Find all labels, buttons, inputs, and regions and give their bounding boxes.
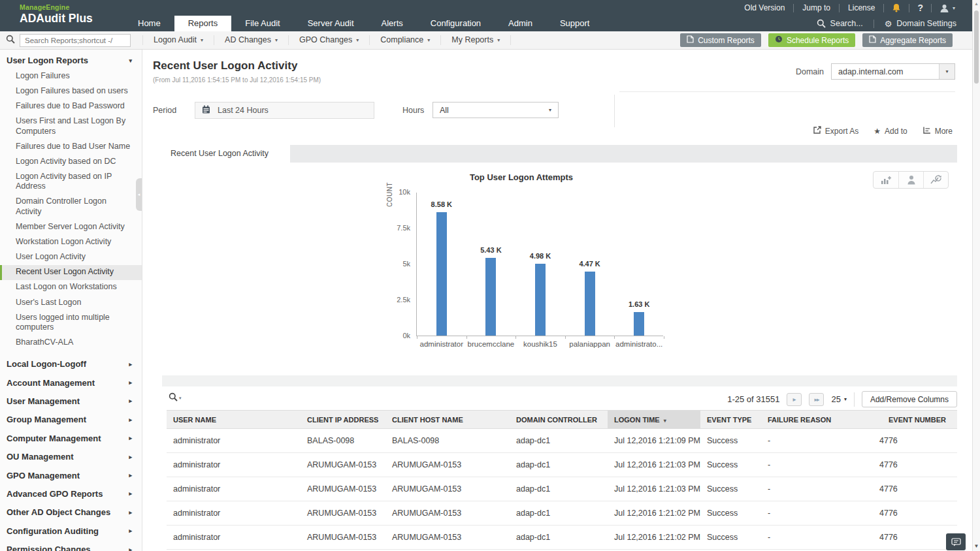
next-page-button[interactable]: ▸ bbox=[787, 393, 802, 406]
sidebar-category-ou-management[interactable]: OU Management▸ bbox=[0, 447, 142, 465]
x-axis-tick-mark bbox=[466, 336, 467, 339]
sidebar-category-user-management[interactable]: User Management▸ bbox=[0, 392, 142, 410]
topbar-link-license[interactable]: License bbox=[840, 3, 883, 12]
scrollbar-thumb[interactable] bbox=[974, 10, 979, 84]
topbar-link-jump-to[interactable]: Jump to bbox=[794, 3, 839, 12]
nav-tab-support[interactable]: Support bbox=[546, 16, 604, 31]
sidebar-item-user-logon-activity[interactable]: User Logon Activity bbox=[0, 249, 142, 264]
column-header-user-name[interactable]: USER NAME bbox=[167, 411, 301, 429]
column-header-client-ip-address[interactable]: CLIENT IP ADDRESS bbox=[301, 411, 385, 429]
sidebar-item-last-logon-on-workstations[interactable]: Last Logon on Workstations bbox=[0, 280, 142, 295]
custom-reports-button[interactable]: Custom Reports bbox=[680, 33, 761, 47]
menu-gpo-changes[interactable]: GPO Changes▾ bbox=[289, 35, 370, 45]
menu-ad-changes[interactable]: AD Changes▾ bbox=[214, 35, 289, 45]
nav-tab-file-audit[interactable]: File Audit bbox=[231, 16, 293, 31]
column-header-domain-controller[interactable]: DOMAIN CONTROLLER bbox=[510, 411, 608, 429]
table-row[interactable]: administratorBALAS-0098BALAS-0098adap-dc… bbox=[167, 429, 957, 453]
domain-settings-button[interactable]: ⚙Domain Settings bbox=[874, 19, 967, 29]
sidebar-category-other-ad-object-changes[interactable]: Other AD Object Changes▸ bbox=[0, 503, 142, 522]
column-header-event-number[interactable]: EVENT NUMBER bbox=[869, 411, 957, 429]
feedback-chat-button[interactable] bbox=[946, 533, 966, 550]
add-chart-icon[interactable] bbox=[874, 172, 898, 188]
topbar-link-old-version[interactable]: Old Version bbox=[736, 3, 793, 12]
user-summary-icon[interactable] bbox=[898, 172, 923, 188]
scroll-down-arrow[interactable]: ▼ bbox=[973, 543, 980, 549]
global-search-button[interactable]: Search... bbox=[806, 19, 874, 28]
menu-logon-audit[interactable]: Logon Audit▾ bbox=[142, 35, 214, 45]
table-row[interactable]: administratorARUMUGAM-0153ARUMUGAM-0153a… bbox=[167, 501, 957, 526]
table-search-button[interactable]: ▾ bbox=[169, 392, 182, 404]
sidebar-item-logon-activity-based-on-ip-address[interactable]: Logon Activity based on IP Address bbox=[0, 169, 142, 195]
chart-bar-administrator[interactable] bbox=[436, 212, 447, 336]
sidebar-section-user-logon-reports[interactable]: User Logon Reports ▾ bbox=[0, 50, 142, 69]
schedule-reports-button[interactable]: Schedule Reports bbox=[768, 33, 855, 47]
sidebar-collapse-handle[interactable]: ◂ bbox=[136, 178, 142, 211]
tab-recent-user-logon-activity[interactable]: Recent User Logon Activity bbox=[162, 145, 290, 163]
sidebar-category-configuration-auditing[interactable]: Configuration Auditing▸ bbox=[0, 522, 142, 540]
period-picker[interactable]: Last 24 Hours bbox=[195, 102, 374, 119]
y-tick-label: 0k bbox=[402, 332, 410, 339]
sidebar-item-users-logged-into-multiple-computers[interactable]: Users logged into multiple computers bbox=[0, 310, 142, 336]
logon-activity-table: USER NAMECLIENT IP ADDRESSCLIENT HOST NA… bbox=[167, 410, 957, 550]
table-row[interactable]: administratorARUMUGAM-0153ARUMUGAM-0153a… bbox=[167, 526, 957, 550]
sidebar-category-advanced-gpo-reports[interactable]: Advanced GPO Reports▸ bbox=[0, 484, 142, 503]
column-header-client-host-name[interactable]: CLIENT HOST NAME bbox=[385, 411, 510, 429]
nav-tab-server-audit[interactable]: Server Audit bbox=[294, 16, 368, 31]
user-menu-button[interactable]: ▾ bbox=[932, 3, 963, 13]
sidebar-item-workstation-logon-activity[interactable]: Workstation Logon Activity bbox=[0, 234, 142, 249]
column-header-failure-reason[interactable]: FAILURE REASON bbox=[761, 411, 869, 429]
column-header-logon-time[interactable]: LOGON TIME▾ bbox=[608, 411, 700, 429]
sidebar-item-failures-due-to-bad-password[interactable]: Failures due to Bad Password bbox=[0, 99, 142, 114]
sidebar-category-local-logon-logoff[interactable]: Local Logon-Logoff▸ bbox=[0, 355, 142, 373]
column-header-event-type[interactable]: EVENT TYPE bbox=[700, 411, 761, 429]
page-scrollbar[interactable]: ▲ ▼ bbox=[972, 0, 980, 551]
nav-tab-configuration[interactable]: Configuration bbox=[417, 16, 495, 31]
sidebar-item-logon-activity-based-on-dc[interactable]: Logon Activity based on DC bbox=[0, 154, 142, 169]
sidebar-item-failures-due-to-bad-user-name[interactable]: Failures due to Bad User Name bbox=[0, 139, 142, 154]
sidebar-item-logon-failures-based-on-users[interactable]: Logon Failures based on users bbox=[0, 84, 142, 99]
search-reports-input[interactable] bbox=[20, 34, 131, 47]
menu-my-reports[interactable]: My Reports▾ bbox=[441, 35, 511, 45]
export-as-button[interactable]: Export As bbox=[813, 126, 858, 136]
sidebar-item-member-server-logon-activity[interactable]: Member Server Logon Activity bbox=[0, 219, 142, 234]
chart-bar-palaniappan[interactable] bbox=[585, 272, 595, 336]
nav-tab-alerts[interactable]: Alerts bbox=[368, 16, 417, 31]
scroll-up-arrow[interactable]: ▲ bbox=[973, 1, 980, 6]
add-to-button[interactable]: ★Add to bbox=[874, 126, 907, 136]
sidebar-item-recent-user-logon-activity[interactable]: Recent User Logon Activity bbox=[0, 265, 142, 280]
brand-logo[interactable]: ManageEngine ADAudit Plus bbox=[0, 0, 142, 31]
page-size-select[interactable]: 25 ▾ bbox=[831, 394, 846, 404]
sidebar-category-label: Other AD Object Changes bbox=[7, 507, 110, 517]
help-button[interactable]: ? bbox=[909, 3, 931, 13]
sidebar-category-permission-changes[interactable]: Permission Changes▸ bbox=[0, 540, 142, 551]
refresh-chart-icon[interactable] bbox=[923, 172, 948, 188]
table-row[interactable]: administratorARUMUGAM-0153ARUMUGAM-0153a… bbox=[167, 453, 957, 477]
sidebar-item-domain-controller-logon-activity[interactable]: Domain Controller Logon Activity bbox=[0, 195, 142, 220]
chevron-right-icon: ▸ bbox=[129, 509, 132, 516]
table-row[interactable]: administratorARUMUGAM-0153ARUMUGAM-0153a… bbox=[167, 477, 957, 501]
sidebar-category-group-management[interactable]: Group Management▸ bbox=[0, 411, 142, 429]
sidebar-category-computer-management[interactable]: Computer Management▸ bbox=[0, 429, 142, 447]
sidebar-item-logon-failures[interactable]: Logon Failures bbox=[0, 69, 142, 84]
sidebar-item-user-s-last-logon[interactable]: User's Last Logon bbox=[0, 295, 142, 310]
chart-bar-koushik15[interactable] bbox=[535, 264, 546, 336]
sidebar-category-gpo-management[interactable]: GPO Management▸ bbox=[0, 466, 142, 484]
last-page-button[interactable]: ▸▸ bbox=[809, 393, 824, 406]
domain-select[interactable]: adap.internal.com ▾ bbox=[831, 63, 955, 80]
more-button[interactable]: More bbox=[923, 126, 953, 136]
chart-bar-administrato[interactable] bbox=[634, 312, 644, 336]
nav-tab-reports[interactable]: Reports bbox=[174, 16, 232, 31]
nav-tab-home[interactable]: Home bbox=[124, 16, 174, 31]
chart-bar-brucemcclane[interactable] bbox=[485, 258, 496, 336]
sidebar-item-bharathcv-ala[interactable]: BharathCV-ALA bbox=[0, 335, 142, 350]
notifications-button[interactable] bbox=[884, 3, 909, 12]
nav-tab-admin[interactable]: Admin bbox=[495, 16, 546, 31]
menu-compliance[interactable]: Compliance▾ bbox=[370, 35, 441, 45]
sidebar-category-account-management[interactable]: Account Management▸ bbox=[0, 373, 142, 392]
hours-select[interactable]: All ▾ bbox=[433, 102, 559, 118]
chevron-right-icon: ▸ bbox=[129, 472, 132, 479]
sidebar-item-users-first-and-last-logon-by-computers[interactable]: Users First and Last Logon By Computers bbox=[0, 114, 142, 139]
aggregate-reports-button[interactable]: Aggregate Reports bbox=[862, 33, 953, 47]
add-remove-columns-button[interactable]: Add/Remove Columns bbox=[862, 391, 957, 407]
sidebar-category-label: Permission Changes bbox=[7, 544, 91, 551]
